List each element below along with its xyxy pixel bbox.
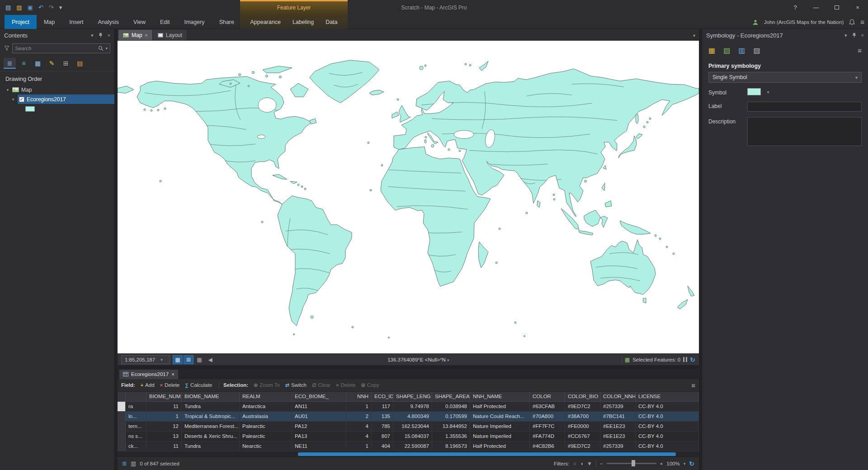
column-header-REALM[interactable]: REALM bbox=[240, 392, 292, 401]
ribbon-tab-share[interactable]: Share bbox=[212, 15, 241, 29]
table-cell[interactable]: 4 bbox=[346, 422, 372, 431]
column-header-COLOR[interactable]: COLOR bbox=[530, 392, 565, 401]
ribbon-tab-project[interactable]: Project bbox=[5, 15, 37, 29]
table-cell[interactable]: Mediterranean Forest... bbox=[182, 422, 240, 431]
symbology-format-icon[interactable]: ▨ bbox=[753, 46, 760, 55]
map-scale-select[interactable]: 1:85,205,187 ▾ bbox=[121, 355, 170, 364]
table-cell[interactable]: 1 bbox=[346, 442, 372, 451]
table-cell[interactable]: #FA774D bbox=[530, 432, 565, 441]
table-cell[interactable]: AU01 bbox=[292, 412, 346, 421]
table-cell[interactable]: Antarctica bbox=[240, 402, 292, 411]
zoom-in-icon[interactable]: + bbox=[660, 461, 663, 466]
column-header-COLOR_NNH[interactable]: COLOR_NNH bbox=[600, 392, 636, 401]
view-tab-map[interactable]: Map × bbox=[118, 30, 152, 40]
symbol-dropdown-icon[interactable]: ▾ bbox=[764, 88, 772, 96]
table-cell[interactable]: PA12 bbox=[292, 422, 346, 431]
column-header-ECO_BIOME_[interactable]: ECO_BIOME_ bbox=[292, 392, 346, 401]
table-cell[interactable]: 404 bbox=[372, 442, 393, 451]
open-project-icon[interactable]: ▨ bbox=[16, 5, 22, 10]
table-cell[interactable]: Deserts & Xeric Shru... bbox=[182, 432, 240, 441]
switch-selection-button[interactable]: ⇄Switch bbox=[283, 381, 309, 390]
table-cell[interactable]: #63CFAB bbox=[530, 402, 565, 411]
table-cell[interactable]: Australasia bbox=[240, 412, 292, 421]
maximize-button[interactable] bbox=[826, 0, 847, 15]
table-row[interactable]: lo...1Tropical & Subtropic...Australasia… bbox=[118, 412, 699, 422]
symbology-gallery-icon[interactable]: ▦ bbox=[708, 46, 715, 55]
table-cell[interactable]: #CC6767 bbox=[565, 432, 600, 441]
expander-icon[interactable]: ▾ bbox=[5, 88, 10, 92]
layer-symbol-swatch[interactable] bbox=[25, 106, 35, 112]
editing-icon[interactable]: ✎ bbox=[46, 58, 58, 69]
pause-drawing-icon[interactable] bbox=[683, 357, 687, 362]
row-selector[interactable] bbox=[118, 422, 126, 431]
labeling-icon[interactable]: ▤ bbox=[74, 58, 86, 69]
table-cell[interactable]: #7BC141 bbox=[600, 412, 636, 421]
panel-dock-icon[interactable]: ▾ bbox=[91, 33, 94, 38]
table-cell[interactable]: CC-BY 4.0 bbox=[636, 442, 699, 451]
table-cell[interactable]: 13.844952 bbox=[432, 422, 470, 431]
table-cell[interactable]: ck... bbox=[126, 442, 146, 451]
table-view-toggle-icon[interactable]: ≣ bbox=[122, 460, 127, 467]
qat-customize-icon[interactable]: ▾ bbox=[59, 5, 62, 10]
ribbon-tab-view[interactable]: View bbox=[126, 15, 153, 29]
filter-icon[interactable] bbox=[4, 46, 9, 51]
table-cell[interactable]: #FF7F7C bbox=[530, 422, 565, 431]
tree-item-symbol[interactable] bbox=[0, 104, 114, 113]
table-cell[interactable]: #FE0000 bbox=[565, 422, 600, 431]
snapping-icon[interactable]: ⊞ bbox=[60, 58, 72, 69]
close-tab-icon[interactable]: × bbox=[145, 33, 147, 38]
table-cell[interactable]: 9.74978 bbox=[393, 402, 432, 411]
table-cell[interactable]: 2 bbox=[346, 412, 372, 421]
table-cell[interactable]: 1 bbox=[346, 402, 372, 411]
select-all-cell[interactable] bbox=[118, 392, 126, 401]
column-header-BIOME_NUM[interactable]: BIOME_NUM bbox=[146, 392, 182, 401]
table-cell[interactable]: #38A700 bbox=[565, 412, 600, 421]
ribbon-tab-analysis[interactable]: Analysis bbox=[91, 15, 127, 29]
zoom-level[interactable]: 100% bbox=[666, 461, 679, 466]
table-cell[interactable]: Tundra bbox=[182, 442, 240, 451]
notifications-icon[interactable] bbox=[849, 19, 855, 25]
vary-symbology-icon[interactable]: ▥ bbox=[738, 46, 745, 55]
drawing-order-icon[interactable]: ≣ bbox=[4, 58, 16, 69]
table-cell[interactable]: PA13 bbox=[292, 432, 346, 441]
table-cell[interactable]: 11 bbox=[146, 402, 182, 411]
expander-icon[interactable]: ▾ bbox=[11, 97, 15, 102]
table-cell[interactable]: 22.590087 bbox=[393, 442, 432, 451]
view-tab-layout[interactable]: Layout bbox=[153, 30, 187, 40]
horizontal-scrollbar[interactable] bbox=[118, 451, 699, 456]
search-input[interactable] bbox=[15, 46, 96, 51]
table-cell[interactable]: 13 bbox=[146, 432, 182, 441]
calculate-field-button[interactable]: ∑Calculate bbox=[182, 381, 215, 389]
tab-overflow-icon[interactable]: ▾ bbox=[693, 33, 695, 38]
close-button[interactable]: × bbox=[847, 0, 868, 15]
label-field[interactable] bbox=[747, 102, 862, 112]
selected-layer-row[interactable]: ✓ Ecoregions2017 bbox=[18, 94, 114, 104]
minimize-button[interactable]: — bbox=[806, 0, 826, 15]
ribbon-tab-map[interactable]: Map bbox=[37, 15, 62, 29]
table-cell[interactable]: #EE1E23 bbox=[600, 422, 636, 431]
column-header-NNH[interactable]: NNH bbox=[346, 392, 372, 401]
table-cell[interactable]: #EE1E23 bbox=[600, 432, 636, 441]
zoom-out-icon[interactable]: − bbox=[600, 461, 603, 466]
table-cell[interactable]: 1 bbox=[146, 412, 182, 421]
table-cell[interactable]: 4.800349 bbox=[393, 412, 432, 421]
undo-icon[interactable]: ↶ bbox=[38, 5, 43, 10]
pin-icon[interactable] bbox=[852, 33, 857, 38]
table-cell[interactable]: Palearctic bbox=[240, 422, 292, 431]
search-options-icon[interactable]: ▾ bbox=[105, 46, 108, 51]
refresh-map-icon[interactable]: ↻ bbox=[690, 356, 695, 363]
table-cell[interactable]: 8.196573 bbox=[432, 442, 470, 451]
table-cell[interactable]: #257339 bbox=[600, 442, 636, 451]
save-project-icon[interactable]: ▣ bbox=[28, 5, 33, 10]
table-cell[interactable]: 162.523044 bbox=[393, 422, 432, 431]
table-cell[interactable]: ns s... bbox=[126, 432, 146, 441]
row-selector[interactable] bbox=[118, 412, 126, 421]
description-field[interactable] bbox=[747, 117, 862, 146]
table-cell[interactable]: 4 bbox=[346, 432, 372, 441]
coordinate-readout[interactable]: 136.3764089°E <Null>°N ▾ bbox=[218, 357, 619, 362]
scrollbar-thumb[interactable] bbox=[298, 452, 676, 456]
table-tab[interactable]: Ecoregions2017 × bbox=[119, 370, 178, 379]
data-source-icon[interactable]: ≡ bbox=[18, 58, 30, 69]
table-row[interactable]: ns s...13Deserts & Xeric Shru...Palearct… bbox=[118, 432, 699, 442]
symbol-properties-icon[interactable]: ▧ bbox=[723, 46, 730, 55]
